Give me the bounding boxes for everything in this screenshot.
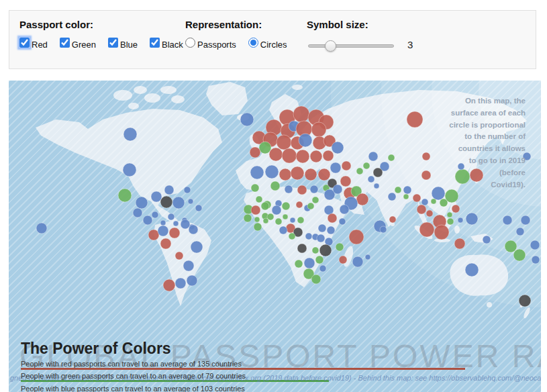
country-symbol[interactable] <box>458 217 463 223</box>
country-symbol[interactable] <box>265 165 279 179</box>
country-symbol[interactable] <box>336 243 344 251</box>
radio-circles-input[interactable] <box>248 38 258 48</box>
country-symbol[interactable] <box>319 244 332 256</box>
country-symbol[interactable] <box>388 193 396 201</box>
country-symbol[interactable] <box>328 213 337 223</box>
country-symbol[interactable] <box>133 208 142 217</box>
checkbox-black-input[interactable] <box>150 38 160 48</box>
country-symbol[interactable] <box>160 220 166 226</box>
country-symbol[interactable] <box>431 199 436 204</box>
country-symbol[interactable] <box>123 128 137 141</box>
country-symbol[interactable] <box>445 189 458 203</box>
country-symbol[interactable] <box>454 238 465 249</box>
country-symbol[interactable] <box>36 223 47 234</box>
country-symbol[interactable] <box>290 217 295 223</box>
country-symbol[interactable] <box>465 263 479 277</box>
country-symbol[interactable] <box>311 122 326 137</box>
country-symbol[interactable] <box>419 222 434 237</box>
country-symbol[interactable] <box>189 225 198 234</box>
country-symbol[interactable] <box>352 256 363 267</box>
country-symbol[interactable] <box>184 187 191 193</box>
country-symbol[interactable] <box>195 205 202 211</box>
country-symbol[interactable] <box>283 214 288 219</box>
country-symbol[interactable] <box>530 240 540 250</box>
country-symbol[interactable] <box>368 176 375 183</box>
country-symbol[interactable] <box>191 241 203 253</box>
country-symbol[interactable] <box>318 224 326 232</box>
country-symbol[interactable] <box>318 168 330 181</box>
country-symbol[interactable] <box>356 193 368 205</box>
country-symbol[interactable] <box>151 191 162 202</box>
country-symbol[interactable] <box>181 219 190 229</box>
country-symbol[interactable] <box>169 228 180 238</box>
country-symbol[interactable] <box>143 215 152 225</box>
country-symbol[interactable] <box>421 199 428 205</box>
checkbox-green[interactable]: Green <box>60 38 96 48</box>
country-symbol[interactable] <box>319 265 326 272</box>
country-symbol[interactable] <box>388 154 395 161</box>
country-symbol[interactable] <box>315 256 324 264</box>
country-symbol[interactable] <box>297 244 307 253</box>
country-symbol[interactable] <box>251 205 260 215</box>
country-symbol[interactable] <box>164 185 174 195</box>
country-symbol[interactable] <box>291 166 304 180</box>
country-symbol[interactable] <box>293 106 309 122</box>
country-symbol[interactable] <box>152 211 158 218</box>
radio-circles[interactable]: Circles <box>248 38 287 48</box>
country-symbol[interactable] <box>447 212 452 217</box>
country-symbol[interactable] <box>272 205 281 215</box>
country-symbol[interactable] <box>118 189 132 202</box>
country-symbol[interactable] <box>516 228 524 236</box>
country-symbol[interactable] <box>160 238 171 249</box>
country-symbol[interactable] <box>434 225 449 240</box>
checkbox-red-input[interactable] <box>19 38 30 48</box>
country-symbol[interactable] <box>368 152 378 161</box>
country-symbol[interactable] <box>403 194 409 199</box>
country-symbol[interactable] <box>363 162 370 169</box>
country-symbol[interactable] <box>305 233 312 240</box>
country-symbol[interactable] <box>168 213 175 220</box>
country-symbol[interactable] <box>374 183 379 189</box>
country-symbol[interactable] <box>261 202 269 210</box>
radio-passports[interactable]: Passports <box>185 38 236 48</box>
country-symbol[interactable] <box>254 223 262 231</box>
country-symbol[interactable] <box>254 217 260 222</box>
country-symbol[interactable] <box>349 230 364 244</box>
country-symbol[interactable] <box>279 168 291 181</box>
country-symbol[interactable] <box>296 201 303 208</box>
country-symbol[interactable] <box>513 249 526 261</box>
country-symbol[interactable] <box>163 279 175 291</box>
country-symbol[interactable] <box>417 205 426 214</box>
country-symbol[interactable] <box>295 260 303 268</box>
country-symbol[interactable] <box>532 256 540 264</box>
country-symbol[interactable] <box>256 196 262 203</box>
country-symbol[interactable] <box>188 199 193 204</box>
country-symbol[interactable] <box>297 217 304 224</box>
country-symbol[interactable] <box>483 236 491 244</box>
country-symbol[interactable] <box>304 258 315 268</box>
checkbox-green-input[interactable] <box>60 38 70 48</box>
country-symbol[interactable] <box>317 234 325 242</box>
country-symbol[interactable] <box>282 202 290 210</box>
checkbox-black[interactable]: Black <box>150 38 183 48</box>
country-symbol[interactable] <box>312 247 319 254</box>
country-symbol[interactable] <box>175 278 186 289</box>
country-symbol[interactable] <box>466 213 478 225</box>
country-symbol[interactable] <box>187 275 197 286</box>
country-symbol[interactable] <box>240 113 254 126</box>
country-symbol[interactable] <box>275 218 282 225</box>
country-symbol[interactable] <box>333 185 342 194</box>
country-symbol[interactable] <box>342 161 351 170</box>
country-symbol[interactable] <box>310 150 322 162</box>
country-symbol[interactable] <box>519 295 531 307</box>
checkbox-blue[interactable]: Blue <box>108 38 138 48</box>
country-symbol[interactable] <box>395 187 401 193</box>
country-symbol[interactable] <box>183 260 194 271</box>
country-symbol[interactable] <box>296 150 309 163</box>
country-symbol[interactable] <box>339 256 347 264</box>
country-symbol[interactable] <box>173 221 179 226</box>
country-symbol[interactable] <box>505 240 517 252</box>
country-symbol[interactable] <box>327 226 335 234</box>
country-symbol[interactable] <box>373 168 383 177</box>
country-symbol[interactable] <box>250 147 260 158</box>
